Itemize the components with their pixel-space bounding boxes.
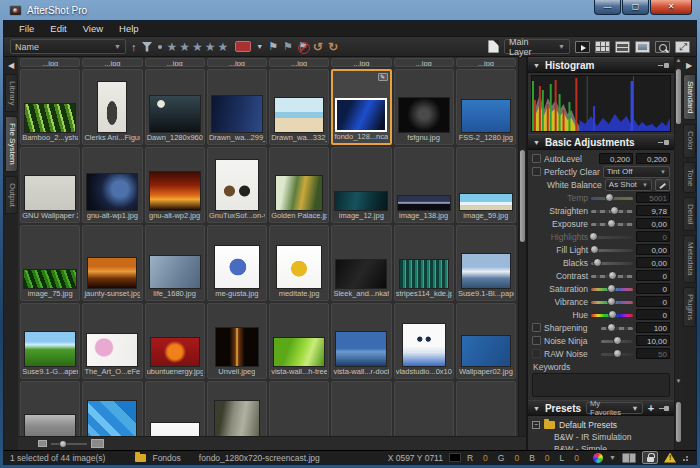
sharpening-slider-thumb[interactable] [607,323,616,332]
tab-plugins[interactable]: Plugins [683,287,696,327]
collapse-left-panel-icon[interactable]: ◀ [8,61,14,70]
thumbnail-cell[interactable]: life_1680.jpg [145,225,205,301]
thumbnail-image[interactable] [275,175,323,211]
thumbnail-cell[interactable]: ...jpg [269,58,329,67]
thumbnail-image[interactable] [402,323,446,367]
thumbnail-cell[interactable]: vista-wall...h-tree.jpg [269,303,329,379]
star-rating-filter[interactable]: ★★★★★ [167,40,231,54]
sharpening-slider[interactable] [601,322,633,333]
tab-file-system[interactable]: File System [5,116,18,172]
large-thumbnail-icon[interactable] [91,439,104,448]
thumbnail-cell[interactable] [82,381,142,436]
menu-file[interactable]: File [12,22,41,35]
grid-scrollbar[interactable] [518,57,526,436]
raw-noise-value[interactable]: 50 [636,348,670,359]
white-balance-select[interactable]: As Shot▼ [605,179,652,191]
flag-picked-icon[interactable]: ⚑ [283,40,293,53]
add-preset-button[interactable]: + [648,403,654,413]
pin-icon[interactable] [658,138,669,147]
thumbnail-cell[interactable]: image_138.jpg [394,147,454,223]
contrast-slider-thumb[interactable] [608,271,617,280]
thumbnail-cell[interactable]: Suse9.1-G...apers.jpg [20,303,80,379]
exposure-value[interactable]: 0,00 [636,218,670,229]
thumbnail-cell[interactable] [269,381,329,436]
thumbnail-cell[interactable]: gnu-alt-wp1.jpg [82,147,142,223]
thumbnail-image[interactable] [334,191,388,211]
flag-rejected-icon[interactable]: ⚑ [298,40,308,53]
saturation-slider[interactable] [591,283,633,294]
contrast-value[interactable]: 0 [636,270,670,281]
keywords-input[interactable] [532,373,670,397]
straighten-slider[interactable] [591,205,633,216]
tab-tone[interactable]: Tone [683,162,696,193]
tab-detail[interactable]: Detail [683,197,696,231]
thumbnail-cell[interactable] [145,381,205,436]
thumbnail-cell[interactable]: image_12.jpg [331,147,391,223]
thumbnail-image[interactable] [215,159,259,211]
thumbnail-cell[interactable]: gnu-alt-wp2.jpg [145,147,205,223]
thumbnail-cell[interactable]: Unveil.jpeg [207,303,267,379]
thumbnail-cell[interactable]: ...jpg [456,58,516,67]
thumbnail-image[interactable] [335,98,387,132]
thumbnail-size-slider-thumb[interactable] [59,440,67,448]
thumbnail-cell[interactable] [456,381,516,436]
thumbnail-image[interactable] [461,253,511,289]
menu-view[interactable]: View [76,22,110,35]
scroll-down-icon[interactable]: ▼ [675,378,682,384]
fill-light-slider[interactable] [591,244,633,255]
maximize-button[interactable]: ▢ [622,0,649,15]
layer-select[interactable]: Main Layer▼ [504,39,570,54]
thumbnail-image[interactable] [214,245,260,289]
thumbnail-image[interactable] [211,95,263,133]
thumbnail-cell[interactable]: meditate.jpg [269,225,329,301]
no-rating-dot-icon[interactable] [158,45,162,49]
thumbnail-cell[interactable]: image_59.jpg [456,147,516,223]
close-button[interactable]: ✕ [650,0,692,15]
thumbnail-image[interactable] [274,97,324,133]
straighten-value[interactable]: 9,78 [636,205,670,216]
thumbnail-cell[interactable]: GNU Wallpaper 2.jpg [20,147,80,223]
thumbnail-image[interactable] [276,245,322,289]
thumbnail-image[interactable] [149,255,201,289]
thumbnail-cell[interactable]: fsfgnu.jpg [394,69,454,145]
thumbnail-cell[interactable]: vista-wall...r-dock.jpg [331,303,391,379]
filmstrip-view-icon[interactable] [615,41,630,53]
fill-light-slider-thumb[interactable] [590,245,599,254]
contrast-slider[interactable] [591,270,633,281]
rotate-ccw-icon[interactable]: ↺ [313,40,323,54]
thumbnail-image[interactable] [24,103,76,133]
collapse-triangle-icon[interactable]: ▼ [533,139,540,146]
sort-ascending-icon[interactable]: ↑ [131,40,137,54]
menu-help[interactable]: Help [112,22,146,35]
thumbnail-image[interactable] [398,97,450,133]
zoom-view-icon[interactable] [655,41,670,53]
fill-light-value[interactable]: 0,00 [636,244,670,255]
resize-grip[interactable] [682,454,690,462]
collapse-right-panel-icon[interactable]: ▶ [686,61,692,70]
grid-scrollbar-thumb[interactable] [520,150,525,242]
menu-edit[interactable]: Edit [43,22,73,35]
raw-noise-slider-thumb[interactable] [613,349,622,358]
thumbnail-cell[interactable]: me-gusta.jpg [207,225,267,301]
thumbnail-cell[interactable]: Wallpaper02.jpg [456,303,516,379]
small-thumbnail-icon[interactable] [38,440,47,447]
perfectly-clear-select[interactable]: Tint Off▼ [603,166,670,178]
thumbnail-image[interactable] [24,175,76,211]
straighten-slider-thumb[interactable] [610,206,619,215]
perfectly-clear-checkbox[interactable] [532,167,541,176]
thumbnail-cell[interactable]: Drawn_wa...332_.jpg [269,69,329,145]
thumbnail-cell[interactable]: ...jpg [331,58,391,67]
temp-value[interactable]: 5001 [636,192,670,203]
tab-color[interactable]: Color [683,124,696,157]
thumbnail-cell[interactable]: ...jpg [20,58,80,67]
highlights-value[interactable]: 0 [636,231,670,242]
thumbnail-cell[interactable]: GnuTuxSof...on-v1.jpg [207,147,267,223]
thumbnail-cell[interactable]: image_75.jpg [20,225,80,301]
thumbnail-cell[interactable]: Clerks Ani...Figure.jpg [82,69,142,145]
autolevel-checkbox[interactable] [532,154,541,163]
exposure-slider[interactable] [591,218,633,229]
thumbnail-cell[interactable] [207,381,267,436]
exposure-slider-thumb[interactable] [607,219,616,228]
preset-folder-row[interactable]: −Default Presets [532,419,670,431]
thumbnail-cell[interactable]: ...jpg [394,58,454,67]
